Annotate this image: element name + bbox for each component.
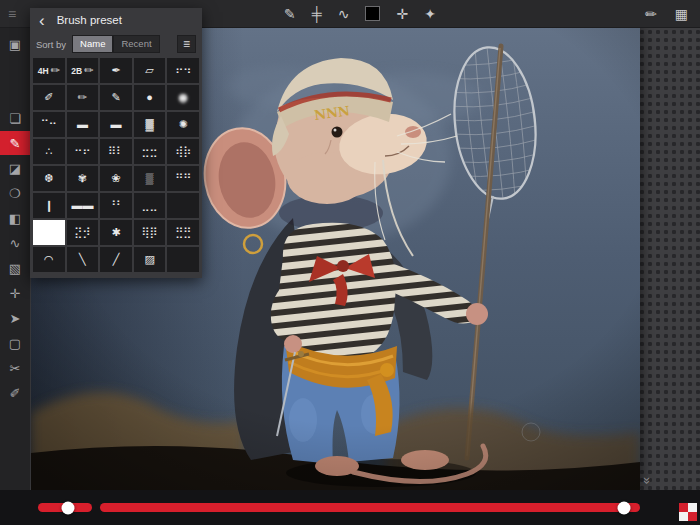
brush-airbrush-soft[interactable]: ◉	[167, 85, 199, 110]
water-drop-tool[interactable]: ❍	[0, 181, 30, 205]
brush-preset-grid: 4H✏2B✏✒▱⠖⠲✐✏✎●◉⠉⠒▬▬▓✺∴⠒⠖⠿⠇⣒⣒⢾⡷❆✾❀▒⠛⠛❙▬▬⠘…	[30, 56, 202, 274]
brush-shards-4[interactable]: ⣛⣛	[167, 220, 199, 245]
brush-flat-1[interactable]: ▬	[67, 112, 99, 137]
select-arrow-tool[interactable]: ➤	[0, 306, 30, 330]
brush-noise[interactable]: ▒	[134, 166, 166, 191]
brush-texture-1[interactable]: ⠉⠒	[33, 112, 65, 137]
brush-shards-2[interactable]: ✱	[100, 220, 132, 245]
brush-splatter-2[interactable]: ⣒⣒	[134, 139, 166, 164]
brush-long-stroke[interactable]: ▬▬	[67, 193, 99, 218]
back-chevron-icon[interactable]: ‹	[39, 12, 45, 29]
slider-left[interactable]	[38, 503, 92, 512]
brush-flower-2[interactable]: ❀	[100, 166, 132, 191]
brush-pen[interactable]: ✒	[100, 58, 132, 83]
brush-hatch[interactable]: ▨	[134, 247, 166, 272]
brush-pencil-3[interactable]: ✎	[100, 85, 132, 110]
sort-recent-button[interactable]: Recent	[113, 35, 159, 52]
slider-left-handle[interactable]	[61, 501, 74, 514]
brush-icon[interactable]: ✎	[284, 7, 296, 21]
brush-diagonal-2[interactable]: ╱	[100, 247, 132, 272]
brush-pencil-1[interactable]: ✐	[33, 85, 65, 110]
resize-checker-handle[interactable]	[679, 503, 697, 521]
panel-header: ‹ Brush preset	[30, 8, 202, 32]
brush-starburst[interactable]: ✺	[167, 112, 199, 137]
brush-scatter-2[interactable]: ⠒⠖	[67, 139, 99, 164]
brush-shards-3[interactable]: ⢿⡿	[134, 220, 166, 245]
brush-4h[interactable]: 4H✏	[33, 58, 65, 83]
brush-2b[interactable]: 2B✏	[67, 58, 99, 83]
brush-bamboo[interactable]: ❙	[33, 193, 65, 218]
curve-icon[interactable]: ∿	[338, 7, 350, 21]
sort-by-label: Sort by	[36, 39, 66, 50]
checker-white-1	[688, 503, 697, 512]
checker-red-1	[679, 503, 688, 512]
bottom-toolbar	[0, 490, 700, 525]
image-tool[interactable]: ▣	[0, 32, 30, 56]
brush-shards-1[interactable]: ⣝⡺	[67, 220, 99, 245]
checker-red-2	[688, 512, 697, 521]
marquee-tool[interactable]: ▢	[0, 331, 30, 355]
sort-row: Sort by NameRecent ≡	[30, 32, 202, 56]
brush-eraser[interactable]: ▱	[134, 58, 166, 83]
bucket-tool[interactable]: ◧	[0, 206, 30, 230]
color-swatch[interactable]	[365, 6, 380, 21]
brush-splatter-1[interactable]: ⠿⠇	[100, 139, 132, 164]
panel-title: Brush preset	[57, 14, 122, 26]
layers-tool[interactable]: ❏	[0, 106, 30, 130]
move-tool[interactable]: ✛	[0, 281, 30, 305]
brush-tool[interactable]: ✎	[0, 131, 30, 155]
brush-flower-1[interactable]: ✾	[67, 166, 99, 191]
brush-diagonal-1[interactable]: ╲	[67, 247, 99, 272]
brush-spray[interactable]: ⠖⠲	[167, 58, 199, 83]
smudge-tool[interactable]: ∿	[0, 231, 30, 255]
sort-name-button[interactable]: Name	[72, 35, 113, 52]
brush-splatter-3[interactable]: ⢾⡷	[167, 139, 199, 164]
brush-hard-round[interactable]: ●	[134, 85, 166, 110]
grid-icon[interactable]: ▦	[675, 7, 688, 21]
topbar-right-group: ✏▦	[645, 0, 688, 27]
brush-flat-2[interactable]: ▬	[100, 112, 132, 137]
collapse-chevrons-icon[interactable]: »	[641, 477, 654, 484]
brush-square-selected[interactable]	[33, 220, 65, 245]
brush-empty-2[interactable]	[167, 247, 199, 272]
eraser-tool[interactable]: ◪	[0, 156, 30, 180]
pen-icon[interactable]: ✏	[645, 7, 657, 21]
slider-right[interactable]	[100, 503, 640, 512]
tool-sidebar: ▣❏✎◪❍◧∿▧✛➤▢✂✐	[0, 28, 30, 490]
brush-ground[interactable]: ⣀⣀	[134, 193, 166, 218]
sort-segmented-control: NameRecent	[72, 35, 159, 52]
brush-scatter-1[interactable]: ∴	[33, 139, 65, 164]
topbar-left-group: ≡	[8, 0, 16, 27]
brush-snowflake[interactable]: ❆	[33, 166, 65, 191]
gradient-tool[interactable]: ▧	[0, 256, 30, 280]
pen-tool[interactable]: ✐	[0, 381, 30, 405]
move-icon[interactable]: ✛	[396, 7, 408, 21]
brush-preset-panel: ‹ Brush preset Sort by NameRecent ≡ 4H✏2…	[30, 8, 202, 278]
brush-curve[interactable]: ◠	[33, 247, 65, 272]
checker-white-2	[679, 512, 688, 521]
slider-right-handle[interactable]	[617, 501, 630, 514]
topbar-center-group: ✎╪∿✛✦	[284, 0, 436, 27]
view-toggle-icon[interactable]: ≡	[177, 35, 196, 53]
brush-grass[interactable]: ⠘⠃	[100, 193, 132, 218]
brush-rough[interactable]: ▓	[134, 112, 166, 137]
brush-empty-1[interactable]	[167, 193, 199, 218]
lasso-tool[interactable]: ✂	[0, 356, 30, 380]
wand-icon[interactable]: ✦	[424, 7, 436, 21]
brush-pencil-2[interactable]: ✏	[67, 85, 99, 110]
menu-icon[interactable]: ≡	[8, 7, 16, 21]
brush-dot-grid[interactable]: ⠛⠛	[167, 166, 199, 191]
sliders-icon[interactable]: ╪	[312, 7, 322, 21]
